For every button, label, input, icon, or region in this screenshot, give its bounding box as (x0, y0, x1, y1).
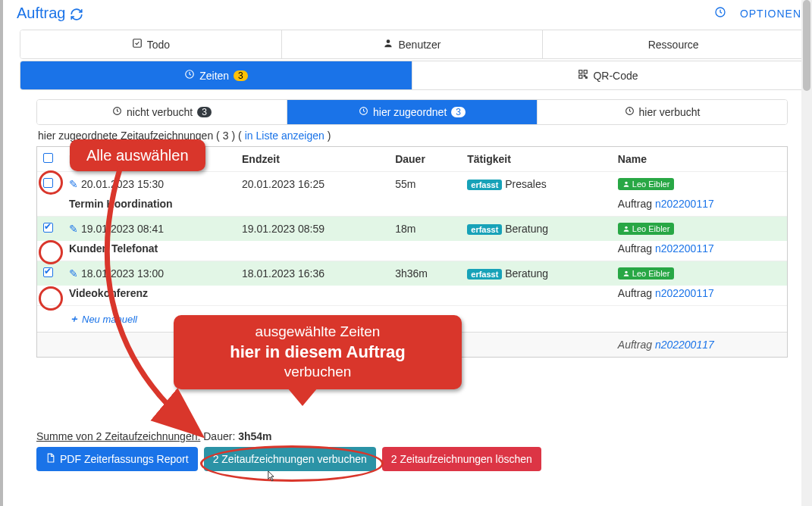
loeschen-button[interactable]: 2 Zeitaufzeichnungen löschen (382, 447, 541, 471)
user-icon (383, 38, 393, 51)
user-name: Leo Eibler (632, 180, 670, 189)
callout-verbuchen-l2: hier in diesem Auftrag (186, 342, 450, 364)
callout-tail (287, 388, 318, 406)
cell-end: 19.01.2023 08:59 (236, 217, 389, 242)
plus-icon: ＋ (69, 312, 79, 326)
auftrag-label: Auftrag (618, 198, 652, 210)
callout-select-all-text: Alle auswählen (86, 147, 189, 164)
tab-benutzer[interactable]: Benutzer (282, 30, 544, 58)
table-row-desc: Videokonferenz Auftrag n202200117 (37, 286, 787, 306)
status-badge: erfasst (467, 180, 502, 190)
edit-icon[interactable]: ✎ (69, 267, 78, 280)
table-row: ✎20.01.2023 15:30 20.01.2023 16:25 55m e… (37, 172, 787, 197)
summary-dauer-label: Dauer: (203, 430, 235, 442)
user-name: Leo Eibler (632, 224, 670, 233)
context-sep: ) ( (232, 130, 242, 142)
col-endzeit: Endzeit (236, 147, 389, 172)
callout-verbuchen-l1: ausgewählte Zeiten (186, 323, 450, 342)
tab-zeiten-count: 3 (234, 70, 248, 81)
loeschen-label: 2 Zeitaufzeichnungen löschen (391, 453, 532, 465)
subtab-nicht-verbucht-count: 3 (197, 107, 212, 117)
status-badge: erfasst (467, 269, 502, 280)
auftrag-link[interactable]: n202200117 (655, 339, 714, 351)
options-link[interactable]: OPTIONEN (740, 8, 801, 20)
qrcode-icon (578, 69, 588, 82)
user-badge[interactable]: Leo Eibler (618, 178, 675, 190)
cell-begin: 19.01.2023 08:41 (81, 223, 164, 235)
tab-todo-label: Todo (147, 39, 170, 51)
tab-ressource[interactable]: Ressource (543, 30, 804, 58)
svg-rect-6 (579, 75, 582, 78)
subtab-hier-verbucht[interactable]: hier verbucht (538, 100, 787, 124)
tab-todo[interactable]: Todo (20, 30, 282, 58)
cell-desc: Videokonferenz (69, 287, 148, 299)
svg-point-14 (625, 271, 627, 273)
subtab-nicht-verbucht-label: nicht verbucht (127, 106, 193, 118)
subtab-hier-zugeordnet-count: 3 (451, 107, 466, 117)
clock-icon (625, 106, 635, 118)
cell-desc: Kunden Telefonat (69, 242, 158, 255)
pdf-report-label: PDF Zeiterfassungs Report (60, 453, 189, 465)
user-badge[interactable]: Leo Eibler (618, 223, 675, 235)
svg-rect-7 (585, 75, 586, 77)
status-badge: erfasst (467, 224, 502, 235)
cell-end: 18.01.2023 16:36 (236, 261, 389, 286)
context-suffix: ) (328, 130, 331, 142)
clock-link-icon[interactable] (714, 6, 726, 20)
auftrag-link[interactable]: n202200117 (655, 242, 714, 255)
row-checkbox[interactable] (43, 223, 53, 233)
scrollbar-thumb[interactable] (803, 0, 810, 91)
page-title-text: Auftrag (17, 5, 65, 22)
clock-icon (359, 106, 368, 118)
cell-dauer: 18m (389, 217, 461, 242)
auftrag-link[interactable]: n202200117 (655, 198, 714, 210)
svg-point-2 (387, 39, 390, 43)
subtab-hier-zugeordnet-label: hier zugeordnet (373, 106, 447, 118)
pdf-report-button[interactable]: PDF Zeiterfassungs Report (36, 447, 198, 471)
cursor-icon (265, 470, 277, 485)
svg-rect-5 (585, 70, 588, 73)
cell-desc: Termin Koordination (69, 198, 173, 210)
sub-tab-row: nicht verbucht 3 hier zugeordnet 3 hier … (36, 99, 788, 125)
edit-icon[interactable]: ✎ (69, 178, 78, 190)
table-row: ✎19.01.2023 08:41 19.01.2023 08:59 18m e… (37, 217, 787, 242)
callout-select-all: Alle auswählen (70, 139, 205, 171)
tab-qrcode[interactable]: QR-Code (412, 61, 804, 89)
annotation-circle (39, 170, 63, 195)
col-name: Name (612, 147, 787, 172)
cell-end: 20.01.2023 16:25 (236, 172, 389, 197)
subtab-hier-zugeordnet[interactable]: hier zugeordnet 3 (287, 100, 538, 124)
secondary-tab-row: Zeiten 3 QR-Code (20, 61, 804, 90)
file-icon (45, 453, 55, 465)
subtab-nicht-verbucht[interactable]: nicht verbucht 3 (37, 100, 287, 124)
tab-ressource-label: Ressource (648, 39, 699, 51)
tab-zeiten[interactable]: Zeiten 3 (20, 61, 412, 89)
tab-qrcode-label: QR-Code (593, 70, 638, 82)
svg-point-12 (625, 182, 627, 184)
action-button-row: PDF Zeiterfassungs Report 2 Zeitaufzeich… (36, 447, 788, 471)
row-checkbox[interactable] (43, 267, 53, 277)
cell-begin: 20.01.2023 15:30 (81, 178, 164, 190)
cell-dauer: 3h36m (389, 261, 461, 286)
subtab-hier-verbucht-label: hier verbucht (639, 106, 701, 118)
annotation-circle (39, 240, 63, 264)
summary-dauer-value: 3h54m (238, 430, 271, 442)
select-all-checkbox[interactable] (43, 153, 53, 163)
user-name: Leo Eibler (632, 269, 670, 278)
vertical-scrollbar[interactable] (801, 0, 812, 506)
auftrag-link[interactable]: n202200117 (655, 287, 714, 299)
user-badge[interactable]: Leo Eibler (618, 267, 675, 280)
auftrag-label: Auftrag (618, 339, 652, 351)
context-count: 3 (223, 130, 229, 142)
context-list-link[interactable]: in Liste anzeigen (245, 130, 324, 142)
auftrag-label: Auftrag (618, 287, 652, 299)
col-dauer: Dauer (389, 147, 461, 172)
main-tab-row: Todo Benutzer Ressource (20, 30, 804, 59)
edit-icon[interactable]: ✎ (69, 223, 78, 235)
col-taetigkeit: Tätigkeit (461, 147, 612, 172)
refresh-icon[interactable] (70, 5, 83, 22)
check-icon (132, 38, 143, 51)
table-row: ✎18.01.2023 13:00 18.01.2023 16:36 3h36m… (37, 261, 787, 286)
svg-point-13 (625, 226, 627, 229)
cell-begin: 18.01.2023 13:00 (81, 267, 164, 280)
